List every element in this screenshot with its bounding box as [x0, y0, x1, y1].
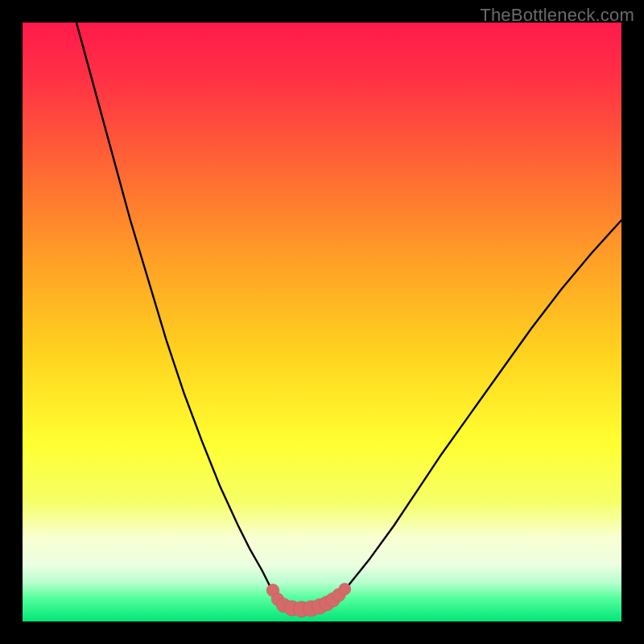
- gradient-background: [23, 23, 621, 621]
- chart-stage: TheBottleneck.com: [0, 0, 644, 644]
- bottleneck-chart: [23, 23, 621, 621]
- valley-marker: [339, 583, 351, 595]
